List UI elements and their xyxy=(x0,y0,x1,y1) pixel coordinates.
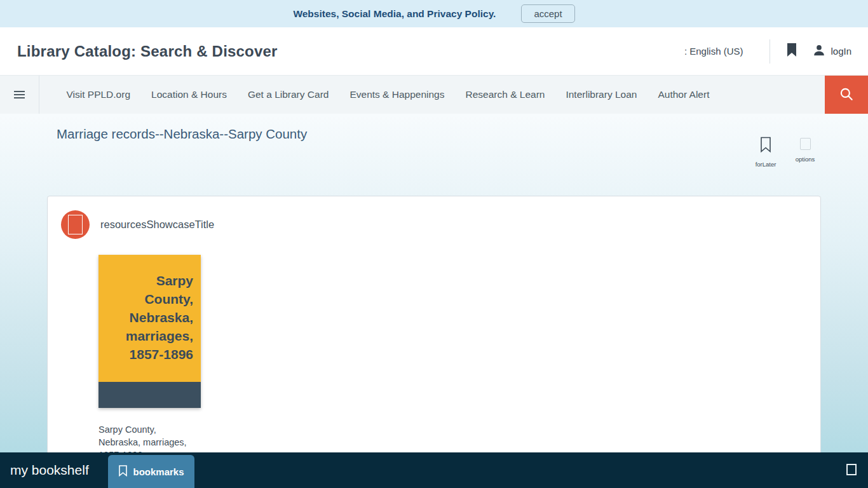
cookie-banner: Websites, Social Media, and Privacy Poli… xyxy=(0,0,868,27)
page-head: Marriage records--Nebraska--Sarpy County… xyxy=(0,114,868,168)
bookmarks-header-button[interactable] xyxy=(785,43,798,60)
book-cover-title: Sarpy County, Nebraska, marriages, 1857-… xyxy=(126,273,193,362)
menu-button[interactable] xyxy=(0,76,39,114)
search-icon xyxy=(838,86,855,104)
header-divider xyxy=(770,39,770,64)
book-cover-band xyxy=(98,382,201,408)
for-later-button[interactable]: forLater xyxy=(751,137,780,168)
nav-links: Visit PPLD.org Location & Hours Get a Li… xyxy=(39,76,720,114)
panel-square-icon xyxy=(846,464,857,475)
header-actions: : English (US) logIn xyxy=(684,39,851,64)
nav-item-library-card[interactable]: Get a Library Card xyxy=(237,89,339,100)
nav-item-interlibrary-loan[interactable]: Interlibrary Loan xyxy=(555,89,648,100)
options-label: options xyxy=(796,156,815,163)
showcase-card: resourcesShowcaseTitle Sarpy County, Neb… xyxy=(47,196,821,488)
search-button[interactable] xyxy=(825,76,868,114)
person-icon xyxy=(812,43,826,59)
nav-item-author-alert[interactable]: Author Alert xyxy=(648,89,720,100)
nav-item-research-learn[interactable]: Research & Learn xyxy=(455,89,555,100)
nav-item-events[interactable]: Events & Happenings xyxy=(339,89,455,100)
language-selector[interactable]: : English (US) xyxy=(684,46,743,57)
cookie-message: Websites, Social Media, and Privacy Poli… xyxy=(293,8,496,20)
my-bookshelf-label: my bookshelf xyxy=(10,463,89,478)
page: Websites, Social Media, and Privacy Poli… xyxy=(0,0,868,488)
nav-spacer xyxy=(720,76,825,114)
nav-item-location-hours[interactable]: Location & Hours xyxy=(141,89,238,100)
page-title: Marriage records--Nebraska--Sarpy County xyxy=(57,126,307,142)
page-actions: forLater options xyxy=(751,137,820,168)
login-button[interactable]: logIn xyxy=(812,43,851,59)
options-square-icon xyxy=(800,138,811,150)
bookmarks-tab-button[interactable]: bookmarks xyxy=(108,455,194,488)
bookmarks-tab-label: bookmarks xyxy=(133,466,184,477)
for-later-label: forLater xyxy=(756,161,776,168)
showcase-title: resourcesShowcaseTitle xyxy=(100,219,214,231)
footer-bar: my bookshelf bookmarks xyxy=(0,452,868,488)
navbar: Visit PPLD.org Location & Hours Get a Li… xyxy=(0,75,868,114)
header: Library Catalog: Search & Discover : Eng… xyxy=(0,27,868,75)
nav-item-visit-ppld[interactable]: Visit PPLD.org xyxy=(56,89,141,100)
book-cover[interactable]: Sarpy County, Nebraska, marriages, 1857-… xyxy=(98,255,201,408)
panel-toggle-button[interactable] xyxy=(846,464,857,475)
login-label: logIn xyxy=(831,46,851,57)
book-icon xyxy=(61,210,90,239)
book-item[interactable]: Sarpy County, Nebraska, marriages, 1857-… xyxy=(98,255,201,461)
bookmark-icon xyxy=(785,43,798,60)
bookmark-outline-icon xyxy=(118,465,128,478)
hamburger-icon xyxy=(14,91,25,98)
app-title: Library Catalog: Search & Discover xyxy=(17,43,278,60)
options-button[interactable]: options xyxy=(790,137,820,168)
bookmark-outline-icon xyxy=(759,137,773,155)
accept-button[interactable]: accept xyxy=(521,4,574,23)
showcase-card-head: resourcesShowcaseTitle xyxy=(61,210,820,239)
main-content: Marriage records--Nebraska--Sarpy County… xyxy=(0,114,868,488)
